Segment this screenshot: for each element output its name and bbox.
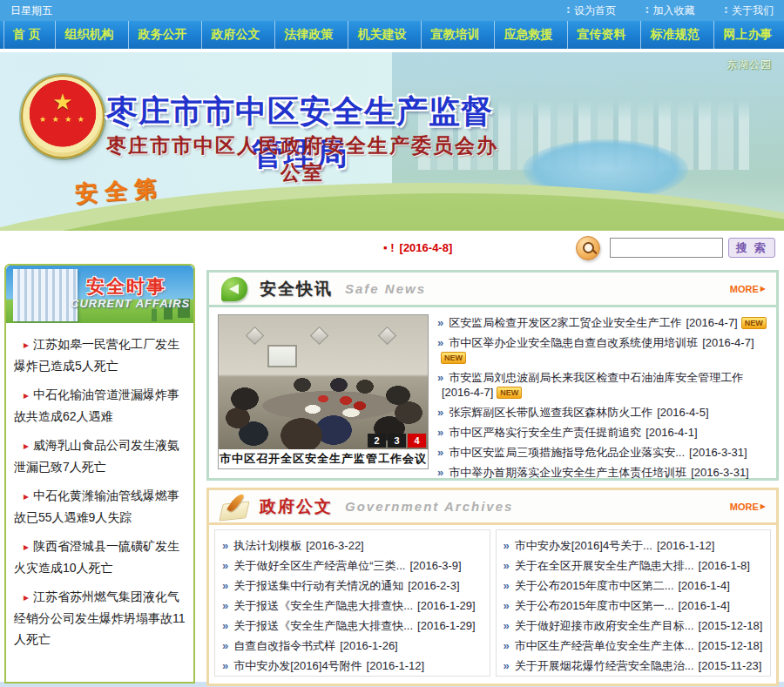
gov-docs-right-column: »市中安办发[2016]4号关于...[2016-1-12] »关于在全区开展安… xyxy=(496,529,772,677)
bullet-icon: » xyxy=(437,406,443,419)
nav-item[interactable]: 网上办事 xyxy=(713,21,781,49)
doc-item[interactable]: »市中安办发[2016]4号关于...[2016-1-12] xyxy=(504,535,764,556)
doc-item[interactable]: »自查自改指令书式样[2016-1-26] xyxy=(222,636,483,656)
nav-item[interactable]: 应急救援 xyxy=(494,21,561,49)
safe-news-section: 安全快讯 Safe News MORE ▶ 2 xyxy=(206,270,779,481)
top-link[interactable]: ∶ 设为首页 xyxy=(566,3,616,18)
doc-item[interactable]: »关于报送集中行动有关情况的通知[2016-2-3] xyxy=(222,576,483,596)
top-link[interactable]: ∶ 关于我们 xyxy=(724,3,774,18)
news-item[interactable]: »市中区严格实行安全生产责任提前追究[2016-4-1] xyxy=(437,422,775,442)
main-nav: 首 页 组织机构 政务公开 政府公文 法律政策 机关建设 宣教培训 应急救援 宣… xyxy=(0,21,784,51)
pagination-button[interactable]: 4 xyxy=(408,434,426,448)
new-badge: NEW xyxy=(497,387,522,399)
news-item[interactable]: »市中区安监局三项措施指导危化品企业落实安...[2016-3-31] xyxy=(437,442,775,462)
doc-item[interactable]: »关于开展烟花爆竹经营安全隐患治...[2015-11-23] xyxy=(504,656,764,676)
gov-docs-header: 政府公文 Government Archives MORE ▶ xyxy=(209,490,776,525)
doc-item[interactable]: »执法计划模板[2016-3-22] xyxy=(222,535,483,556)
nav-item[interactable]: 政府公文 xyxy=(201,21,268,49)
doc-item-date: [2015-11-23] xyxy=(699,659,762,672)
photo-caption: 市中区召开全区安全生产监管工作会议 xyxy=(219,449,428,468)
news-item-date: [2016-3-31] xyxy=(691,466,749,479)
doc-item-title: 关于开展烟花爆竹经营安全隐患治... xyxy=(515,659,694,672)
doc-item-date: [2016-3-9] xyxy=(409,559,461,572)
doc-item[interactable]: »关于做好全区生产经营单位“三类...[2016-3-9] xyxy=(222,556,483,576)
doc-item[interactable]: »关于在全区开展安全生产隐患大排...[2016-1-8] xyxy=(504,556,764,576)
sidebar-news-item[interactable]: ▸江苏如皋一民营化工厂发生爆炸已造成5人死亡 xyxy=(14,333,186,376)
pagination-button[interactable]: 2 xyxy=(368,434,386,448)
sidebar-header: 安全时事 CURRENT AFFAIRS xyxy=(6,266,193,323)
news-item[interactable]: »市中举办首期落实企业安全生产主体责任培训班[2016-3-31] xyxy=(437,462,775,482)
news-item-title: 市中区安监局三项措施指导危化品企业落实安... xyxy=(449,446,685,459)
doc-item-date: [2016-1-12] xyxy=(367,659,425,672)
doc-item[interactable]: »市中区生产经营单位安全生产主体...[2015-12-18] xyxy=(504,636,764,656)
bullet-icon: ▸ xyxy=(24,591,29,603)
safe-news-title: 安全快讯 xyxy=(260,278,333,300)
nav-item[interactable]: 法律政策 xyxy=(274,21,341,49)
nav-item[interactable]: 机关建设 xyxy=(348,21,415,49)
bullet-icon: ▸ xyxy=(24,389,29,401)
photo-pagination: 2 3 4 xyxy=(368,434,426,448)
ticker-date: [2016-4-8] xyxy=(400,241,453,254)
search-input[interactable] xyxy=(610,238,723,258)
bullet-icon: » xyxy=(504,539,510,552)
safe-news-more-link[interactable]: MORE ▶ xyxy=(730,284,766,294)
news-item[interactable]: »区安监局检查开发区2家工贸企业安全生产工作[2016-4-7]NEW xyxy=(437,313,775,333)
bullet-icon: » xyxy=(222,559,228,572)
nav-item[interactable]: 宣传资料 xyxy=(567,21,634,49)
announcement-ticker[interactable]: ▪ ! [2016-4-8] xyxy=(383,241,452,254)
doc-item[interactable]: »关于报送《安全生产隐患大排查快...[2016-1-29] xyxy=(222,616,483,636)
nav-item[interactable]: 宣教培训 xyxy=(421,21,488,49)
search-icon xyxy=(576,236,600,260)
link-bullet-icon: ∶ xyxy=(566,4,570,17)
search-button[interactable]: 搜 索 xyxy=(728,238,775,258)
news-photo[interactable]: 2 3 4 市中区召开全区安全生产监管工作会议 xyxy=(218,314,429,469)
nav-item[interactable]: 标准规范 xyxy=(640,21,707,49)
bullet-icon: » xyxy=(504,659,510,672)
doc-item-date: [2016-3-22] xyxy=(306,539,364,552)
doc-item-title: 执法计划模板 xyxy=(233,539,301,552)
safe-news-subtitle-en: Safe News xyxy=(345,281,730,296)
safe-news-body: 2 3 4 市中区召开全区安全生产监管工作会议 »区安监局检查开发区2家工贸企业… xyxy=(209,307,776,475)
nav-item[interactable]: 政务公开 xyxy=(128,21,195,49)
doc-item[interactable]: »关于做好迎接市政府安全生产目标...[2015-12-18] xyxy=(504,616,764,636)
ceiling-light-icon xyxy=(310,327,328,345)
bullet-icon: » xyxy=(437,426,443,439)
doc-item-date: [2016-1-29] xyxy=(417,619,476,632)
sidebar-news-item[interactable]: ▸陕西省澄城县一硫磺矿发生火灾造成10人死亡 xyxy=(14,535,186,578)
banner: 枣庄市市中区安全生产监督管理局 枣庄市市中区人民政府安全生产委员会办公室 东湖公… xyxy=(0,52,784,231)
news-item-title: 市安监局刘忠波副局长来我区检查中石油油库安全管理工作 xyxy=(449,371,743,384)
bullet-icon: » xyxy=(437,336,443,349)
sidebar-title: 安全时事 xyxy=(86,274,166,299)
bullet-icon: » xyxy=(437,466,443,479)
doc-item[interactable]: »关于报送《安全生产隐患大排查快...[2016-1-29] xyxy=(222,596,483,616)
doc-item-title: 关于报送《安全生产隐患大排查快... xyxy=(233,599,413,612)
sidebar-news-item[interactable]: ▸江苏省苏州燃气集团液化气经销分公司发生爆炸坍塌事故11人死亡 xyxy=(14,586,186,650)
bullet-icon: » xyxy=(437,371,443,384)
sidebar-news-item[interactable]: ▸中石化黄潍输油管线爆燃事故已55人遇难9人失踪 xyxy=(14,485,186,528)
pagination-button[interactable]: 3 xyxy=(388,434,406,448)
sidebar-news-item[interactable]: ▸中石化输油管道泄漏爆炸事故共造成62人遇难 xyxy=(14,384,186,427)
nav-item[interactable]: 首 页 xyxy=(3,21,50,49)
sidebar-subtitle: CURRENT AFFAIRS xyxy=(71,297,190,310)
news-item-date: [2016-4-1] xyxy=(645,426,697,439)
quill-pen-icon xyxy=(220,492,251,522)
top-link[interactable]: ∶ 加入收藏 xyxy=(645,3,695,18)
doc-item-title: 关于公布2015年度市中区第一... xyxy=(515,599,674,612)
sidebar-news-text: 江苏省苏州燃气集团液化气经销分公司发生爆炸坍塌事故11人死亡 xyxy=(14,589,186,646)
news-item[interactable]: »市中区举办企业安全隐患自查自改系统使用培训班[2016-4-7]NEW xyxy=(437,333,775,367)
doc-item[interactable]: »关于公布2015年度市中区第一...[2016-1-4] xyxy=(504,596,764,616)
news-item[interactable]: »市安监局刘忠波副局长来我区检查中石油油库安全管理工作[2016-4-7]NEW xyxy=(437,367,775,402)
sidebar-news-list: ▸江苏如皋一民营化工厂发生爆炸已造成5人死亡 ▸中石化输油管道泄漏爆炸事故共造成… xyxy=(6,323,193,663)
doc-item-title: 市中安办发[2016]4号关于... xyxy=(515,539,652,552)
gov-docs-subtitle-en: Government Archives xyxy=(345,499,730,514)
sidebar-news-item[interactable]: ▸威海乳山食品公司发生液氨泄漏已致7人死亡 xyxy=(14,434,186,477)
bullet-icon: » xyxy=(504,599,510,612)
nav-item[interactable]: 组织机构 xyxy=(55,21,122,49)
link-bullet-icon: ∶ xyxy=(724,4,727,17)
news-item[interactable]: »张宗辉副区长带队巡查我区森林防火工作[2016-4-5] xyxy=(437,402,775,422)
bullet-icon: ▸ xyxy=(24,440,29,452)
doc-item[interactable]: »市中安办发[2016]4号附件[2016-1-12] xyxy=(222,656,483,676)
gov-docs-more-link[interactable]: MORE ▶ xyxy=(730,502,766,512)
top-link-label: 设为首页 xyxy=(574,3,616,18)
doc-item[interactable]: »关于公布2015年度市中区第二...[2016-1-4] xyxy=(504,576,764,596)
